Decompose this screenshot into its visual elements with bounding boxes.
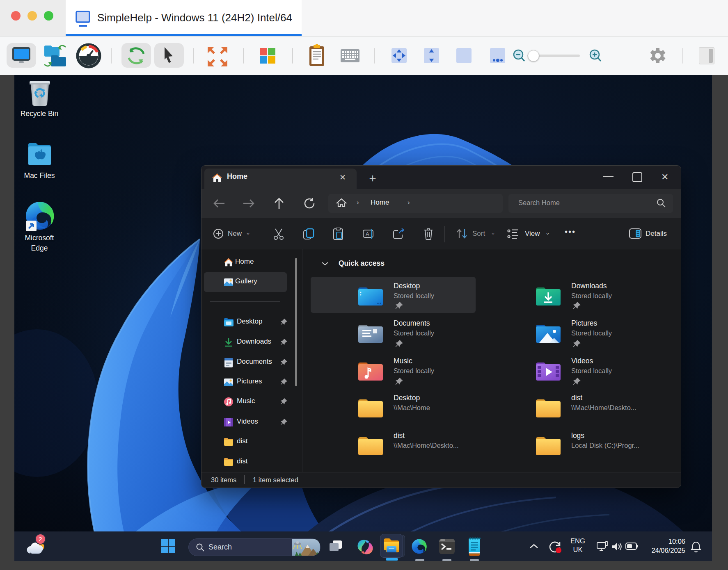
svg-text:A: A xyxy=(366,231,369,237)
